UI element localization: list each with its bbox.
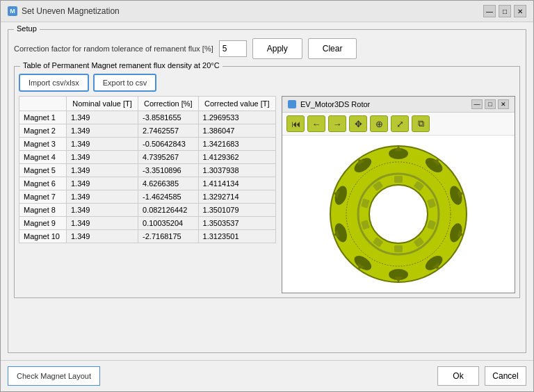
rotor-canvas	[282, 136, 515, 293]
rotor-maximize-button[interactable]: □	[485, 99, 496, 109]
table-row: Magnet 7 1.349 -1.4624585 1.3292714	[19, 190, 276, 204]
cell-correction: -3.3510896	[138, 164, 198, 177]
cell-corrected: 1.3123501	[198, 230, 275, 243]
cell-correction: -2.7168175	[138, 230, 198, 243]
col-header-nominal: Nominal value [T]	[66, 97, 138, 111]
cell-corrected: 1.4114134	[198, 177, 275, 190]
col-header-name	[19, 97, 67, 111]
table-row: Magnet 2 1.349 2.7462557 1.386047	[19, 124, 276, 138]
cell-nominal: 1.349	[66, 164, 138, 177]
cell-corrected: 1.3503537	[198, 217, 275, 230]
window-controls: — □ ✕	[483, 5, 526, 17]
csv-buttons: Import csv/xlsx Export to csv	[19, 74, 515, 92]
rotor-minimize-button[interactable]: —	[471, 99, 483, 109]
cell-correction: 4.6266385	[138, 177, 198, 190]
cell-correction: 4.7395267	[138, 151, 198, 164]
svg-point-2	[369, 185, 428, 243]
table-row: Magnet 10 1.349 -2.7168175 1.3123501	[19, 230, 276, 243]
rotor-window: EV_Motor3DS Rotor — □ ✕ ⏮ ← → ✥	[282, 96, 515, 293]
cell-correction: 0.10035204	[138, 217, 198, 230]
svg-rect-15	[394, 176, 403, 183]
cancel-button[interactable]: Cancel	[485, 366, 526, 386]
bottom-bar: Check Magnet Layout Ok Cancel	[1, 360, 533, 391]
svg-rect-20	[394, 245, 403, 252]
clear-button[interactable]: Clear	[308, 38, 357, 59]
cell-correction: -0.50642843	[138, 138, 198, 151]
cell-corrected: 1.3037938	[198, 164, 275, 177]
cell-corrected: 1.2969533	[198, 111, 275, 124]
correction-input[interactable]	[219, 40, 247, 57]
cell-correction: 0.082126442	[138, 204, 198, 217]
toolbar-copy-button[interactable]: ⧉	[412, 115, 430, 132]
cell-magnet-name: Magnet 6	[19, 177, 67, 190]
cell-magnet-name: Magnet 10	[19, 230, 67, 243]
cell-corrected: 1.3421683	[198, 138, 275, 151]
toolbar-zoom-button[interactable]: ⊕	[370, 115, 388, 132]
dialog-buttons: Ok Cancel	[437, 366, 526, 386]
cell-nominal: 1.349	[66, 111, 138, 124]
col-header-correction: Correction [%]	[138, 97, 198, 111]
magnet-table: Nominal value [T] Correction [%] Correct…	[19, 96, 276, 243]
cell-corrected: 1.3501079	[198, 204, 275, 217]
maximize-button[interactable]: □	[499, 5, 511, 17]
col-header-corrected: Corrected value [T]	[198, 97, 275, 111]
table-row: Magnet 3 1.349 -0.50642843 1.3421683	[19, 138, 276, 151]
import-csv-button[interactable]: Import csv/xlsx	[19, 74, 89, 92]
rotor-window-controls: — □ ✕	[471, 99, 509, 109]
minimize-button[interactable]: —	[483, 5, 496, 17]
setup-group-label: Setup	[14, 24, 40, 33]
cell-magnet-name: Magnet 9	[19, 217, 67, 230]
main-area: Nominal value [T] Correction [%] Correct…	[19, 96, 515, 293]
data-table-container: Nominal value [T] Correction [%] Correct…	[19, 96, 276, 293]
apply-button[interactable]: Apply	[252, 38, 302, 59]
cell-corrected: 1.386047	[198, 124, 275, 138]
check-magnet-button[interactable]: Check Magnet Layout	[8, 366, 100, 386]
cell-correction: 2.7462557	[138, 124, 198, 138]
content-area: Setup Correction factor for random toler…	[1, 22, 533, 360]
table-group-label: Table of Permanent Magnet remanent flux …	[20, 61, 222, 70]
table-group: Table of Permanent Magnet remanent flux …	[14, 66, 520, 298]
rotor-title-bar: EV_Motor3DS Rotor — □ ✕	[282, 97, 515, 113]
cell-corrected: 1.3292714	[198, 190, 275, 204]
correction-label: Correction factor for random tolerance o…	[14, 44, 213, 53]
toolbar-move-button[interactable]: ✥	[349, 115, 367, 132]
app-icon: M	[8, 6, 17, 16]
table-row: Magnet 9 1.349 0.10035204 1.3503537	[19, 217, 276, 230]
table-row: Magnet 1 1.349 -3.8581655 1.2969533	[19, 111, 276, 124]
table-row: Magnet 8 1.349 0.082126442 1.3501079	[19, 204, 276, 217]
cell-nominal: 1.349	[66, 217, 138, 230]
ok-button[interactable]: Ok	[437, 366, 479, 386]
title-bar: M Set Uneven Magnetization — □ ✕	[1, 1, 533, 22]
cell-magnet-name: Magnet 8	[19, 204, 67, 217]
toolbar-fit-button[interactable]: ⤢	[391, 115, 409, 132]
cell-magnet-name: Magnet 4	[19, 151, 67, 164]
cell-nominal: 1.349	[66, 151, 138, 164]
rotor-app-icon	[288, 100, 296, 108]
table-row: Magnet 4 1.349 4.7395267 1.4129362	[19, 151, 276, 164]
setup-group: Setup Correction factor for random toler…	[8, 29, 526, 353]
cell-nominal: 1.349	[66, 177, 138, 190]
table-row: Magnet 6 1.349 4.6266385 1.4114134	[19, 177, 276, 190]
close-button[interactable]: ✕	[514, 5, 526, 17]
toolbar-first-button[interactable]: ⏮	[286, 115, 305, 132]
rotor-title: EV_Motor3DS Rotor	[300, 100, 467, 108]
export-csv-button[interactable]: Export to csv	[93, 74, 157, 92]
cell-nominal: 1.349	[66, 230, 138, 243]
cell-corrected: 1.4129362	[198, 151, 275, 164]
rotor-close-button[interactable]: ✕	[498, 99, 509, 109]
main-window: M Set Uneven Magnetization — □ ✕ Setup C…	[0, 0, 534, 392]
toolbar-back-button[interactable]: ←	[307, 115, 325, 132]
cell-magnet-name: Magnet 3	[19, 138, 67, 151]
cell-magnet-name: Magnet 5	[19, 164, 67, 177]
cell-magnet-name: Magnet 2	[19, 124, 67, 138]
cell-magnet-name: Magnet 7	[19, 190, 67, 204]
toolbar-forward-button[interactable]: →	[328, 115, 346, 132]
cell-nominal: 1.349	[66, 204, 138, 217]
top-row: Correction factor for random tolerance o…	[14, 38, 520, 59]
cell-correction: -1.4624585	[138, 190, 198, 204]
cell-nominal: 1.349	[66, 138, 138, 151]
cell-nominal: 1.349	[66, 124, 138, 138]
cell-nominal: 1.349	[66, 190, 138, 204]
cell-correction: -3.8581655	[138, 111, 198, 124]
cell-magnet-name: Magnet 1	[19, 111, 67, 124]
